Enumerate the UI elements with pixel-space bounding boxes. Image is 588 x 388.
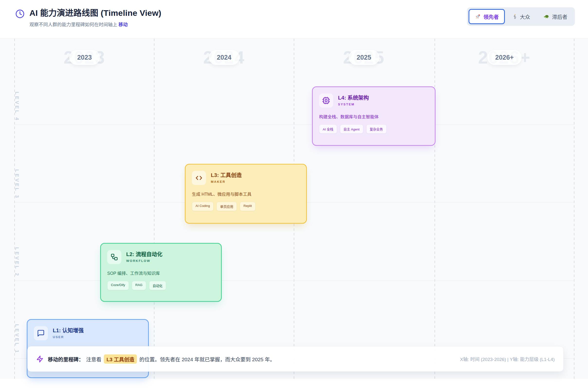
card-subtitle: USER [53,335,84,339]
level-label-4: LEVEL 4 [14,92,20,122]
grid-hline [15,125,574,125]
milestone-card-l4[interactable]: L4: 系统架构 SYSTEM 构建全栈、数据库与自主智能体 AI 全栈 自主 … [312,86,436,146]
subtitle-highlight: 移动 [118,22,128,27]
app-header: AI 能力演进路线图 (Timeline View) 观察不同人群的能力里程碑如… [0,0,588,38]
insight-badge: L3 工具创造 [104,354,137,364]
card-description: 生成 HTML、微应用与脚本工具 [192,191,300,197]
year-column-2026: 2026+ 2026+ [435,43,574,72]
card-description: 构建全栈、数据库与自主智能体 [319,113,429,120]
timeline-board: 2023 2023 2024 2024 2025 2025 2026+ 2026… [0,39,588,379]
card-description: SOP 编排、工作流与知识库 [107,270,215,276]
insight-text-after: 的位置。领先者在 2024 年就已掌握，而大众要到 2025 年。 [139,355,275,363]
insight-bar: 移动的里程碑： 注意看 L3 工具创造 的位置。领先者在 2024 年就已掌握，… [27,346,564,372]
card-title: L3: 工具创造 [211,172,242,178]
level-label-2: LEVEL 2 [14,247,20,277]
card-tag: AI Coding [192,202,214,211]
page-title: AI 能力演进路线图 (Timeline View) [29,9,161,17]
persona-button-mass[interactable]: 大众 [506,9,536,24]
card-tag: 自主 Agent [340,124,363,134]
card-tag: Coze/Dify [107,281,129,290]
header-title-group: AI 能力演进路线图 (Timeline View) 观察不同人群的能力里程碑如… [15,9,161,27]
axis-note: X轴: 时间 (2023-2026) | Y轴: 能力层级 (L1-L4) [460,356,555,362]
level-label-1: LEVEL 1 [14,324,20,354]
milestone-card-l3[interactable]: L3: 工具创造 MAKER 生成 HTML、微应用与脚本工具 AI Codin… [185,164,307,224]
insight-lead: 移动的里程碑： [48,355,84,363]
card-subtitle: WORKFLOW [126,259,162,263]
persona-button-laggard[interactable]: 滞后者 [537,9,573,24]
subtitle-text: 观察不同人群的能力里程碑如何在时间轴上 [29,22,118,27]
grid-hline [15,280,574,281]
clock-icon [15,9,24,19]
year-column-2025: 2025 2025 [294,43,434,72]
walker-icon [512,14,518,19]
year-badge: 2024 [209,50,239,65]
level-label-3: LEVEL 3 [14,170,20,199]
rocket-icon [475,13,481,20]
card-tag: 自动化 [149,281,166,290]
persona-button-leader[interactable]: 领先者 [469,9,505,24]
card-tag: Replit [240,202,256,211]
card-tag: 复杂业务 [366,124,387,134]
card-tag: 单页应用 [217,202,237,211]
insight-text-before: 注意看 [86,355,101,363]
persona-label: 领先者 [483,13,499,20]
year-column-2023: 2023 2023 [15,43,154,72]
cpu-icon [319,94,333,108]
year-badge: 2026+ [487,50,522,65]
page-subtitle: 观察不同人群的能力里程碑如何在时间轴上 移动 [29,21,161,27]
year-badge: 2023 [69,50,100,65]
year-badge: 2025 [348,50,379,65]
card-subtitle: MAKER [211,180,242,184]
card-title: L4: 系统架构 [338,95,369,101]
card-subtitle: SYSTEM [338,102,369,106]
workflow-icon [107,250,121,264]
code-icon [192,171,206,185]
zap-icon [36,355,44,363]
card-tag: RAG [132,281,146,290]
year-column-2024: 2024 2024 [154,43,294,72]
card-tag: AI 全栈 [319,124,337,134]
grid-vline [154,39,154,379]
persona-toggle-group: 领先者 大众 [467,7,575,26]
persona-label: 大众 [520,13,530,20]
chat-icon [34,326,48,340]
turtle-icon [543,13,550,20]
timeline-app: AI 能力演进路线图 (Timeline View) 观察不同人群的能力里程碑如… [0,0,588,388]
persona-label: 滞后者 [552,13,567,20]
card-title: L2: 流程自动化 [126,251,162,257]
grid-vline [574,39,574,379]
card-title: L1: 认知增强 [53,328,84,334]
milestone-card-l2[interactable]: L2: 流程自动化 WORKFLOW SOP 编排、工作流与知识库 Coze/D… [100,243,222,302]
